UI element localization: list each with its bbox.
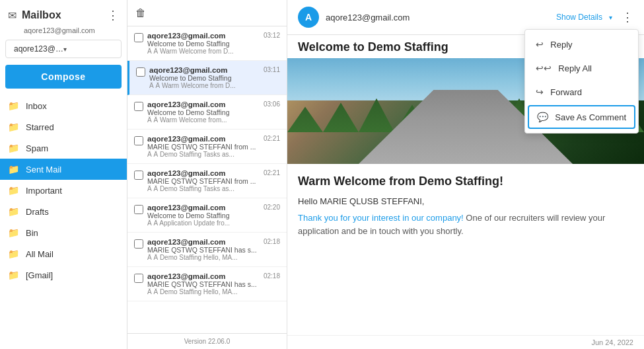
email-subject: MARIE QSTWQ STEFFANI from ... — [147, 143, 257, 151]
reply-all-label: Reply All — [558, 63, 592, 73]
sidebar-item-allmail[interactable]: 📁 All Mail — [0, 243, 127, 264]
sidebar-header: ✉ Mailbox ⋮ — [0, 0, 127, 26]
email-time: 03:11 — [264, 66, 280, 73]
email-checkbox[interactable] — [134, 205, 143, 214]
avatar: A — [298, 7, 319, 28]
email-subject: MARIE QSTWQ STEFFANI has s... — [147, 280, 257, 288]
list-item[interactable]: aqore123@gmail.com Welcome to Demo Staff… — [127, 61, 287, 95]
trash-icon[interactable]: 🗑 — [135, 7, 146, 19]
email-checkbox[interactable] — [134, 136, 143, 145]
reply-all-icon: ↩↩ — [536, 63, 552, 73]
email-from: aqore123@gmail.com — [147, 169, 257, 177]
email-checkbox[interactable] — [134, 102, 143, 111]
email-content: aqore123@gmail.com MARIE QSTWQ STEFFANI … — [147, 238, 257, 261]
sidebar-item-label: Starred — [26, 122, 54, 132]
email-from: aqore123@gmail.com — [147, 238, 257, 246]
sidebar-item-label: Important — [26, 186, 62, 196]
sidebar-item-inbox[interactable]: 📁 Inbox — [0, 95, 127, 116]
body-text: Thank you for your interest in our compa… — [298, 212, 633, 237]
sender-email: aqore123@gmail.com — [326, 13, 550, 22]
email-from: aqore123@gmail.com — [147, 204, 257, 212]
email-preview: Â Â Demo Staffing Hello, MA... — [147, 254, 257, 261]
email-time: 03:06 — [264, 100, 280, 108]
list-item[interactable]: aqore123@gmail.com Welcome to Demo Staff… — [127, 26, 287, 61]
mailbox-icon: ✉ — [8, 9, 17, 22]
email-checkbox[interactable] — [136, 67, 145, 77]
sidebar-item-spam[interactable]: 📁 Spam — [0, 137, 127, 159]
version-label: Version 22.06.0 — [127, 333, 287, 349]
list-item[interactable]: aqore123@gmail.com MARIE QSTWQ STEFFANI … — [127, 130, 287, 164]
email-checkbox[interactable] — [134, 274, 143, 283]
email-date: Jun 24, 2022 — [287, 335, 644, 349]
chevron-down-icon: ▾ — [63, 46, 113, 53]
greeting-text: Hello MARIE QLUSB STEFFANI, — [298, 196, 633, 206]
sidebar-title: Mailbox — [22, 9, 102, 21]
list-item[interactable]: aqore123@gmail.com MARIE QSTWQ STEFFANI … — [127, 164, 287, 198]
forward-icon: ↪ — [536, 87, 544, 97]
email-checkbox[interactable] — [134, 171, 143, 180]
sidebar-item-starred[interactable]: 📁 Starred — [0, 116, 127, 137]
chevron-down-icon: ▾ — [609, 14, 612, 21]
email-preview: Â Â Warm Welcome from D... — [147, 48, 257, 55]
sidebar-account-selector[interactable]: aqore123@gmail.c... ▾ — [5, 40, 122, 58]
sidebar-item-drafts[interactable]: 📁 Drafts — [0, 201, 127, 222]
sidebar-item-bin[interactable]: 📁 Bin — [0, 222, 127, 243]
folder-icon: 📁 — [8, 270, 19, 280]
folder-icon: 📁 — [8, 122, 19, 132]
folder-icon: 📁 — [8, 227, 19, 238]
email-subject: Welcome to Demo Staffing — [147, 40, 257, 48]
sidebar-item-label: Inbox — [26, 101, 47, 111]
email-time: 02:21 — [264, 169, 280, 176]
reply-button[interactable]: ↩ Reply — [525, 32, 638, 56]
email-preview: Â Â Warm Welcome from... — [147, 116, 257, 124]
forward-label: Forward — [550, 87, 582, 97]
sidebar: ✉ Mailbox ⋮ aqore123@gmail.com aqore123@… — [0, 0, 127, 349]
email-from: aqore123@gmail.com — [147, 100, 257, 108]
sidebar-account-selector-label: aqore123@gmail.c... — [14, 44, 63, 54]
sidebar-item-sent[interactable]: 📁 Sent Mail — [0, 159, 127, 180]
reply-all-button[interactable]: ↩↩ Reply All — [525, 56, 638, 80]
sidebar-item-label: Spam — [26, 143, 48, 153]
list-item[interactable]: aqore123@gmail.com Welcome to Demo Staff… — [127, 95, 287, 130]
email-from: aqore123@gmail.com — [149, 66, 257, 74]
email-from: aqore123@gmail.com — [147, 135, 257, 143]
sidebar-item-label: All Mail — [26, 249, 54, 259]
sidebar-item-gmail[interactable]: 📁 [Gmail] — [0, 264, 127, 286]
sidebar-item-label: Bin — [26, 228, 38, 238]
email-content: aqore123@gmail.com Welcome to Demo Staff… — [147, 204, 257, 227]
email-more-icon[interactable]: ⋮ — [622, 10, 633, 24]
email-content: aqore123@gmail.com Welcome to Demo Staff… — [147, 100, 257, 124]
email-time: 02:20 — [264, 204, 280, 211]
email-view: A aqore123@gmail.com Show Details ▾ ⋮ We… — [287, 0, 644, 349]
list-item[interactable]: aqore123@gmail.com Welcome to Demo Staff… — [127, 198, 287, 233]
email-time: 03:12 — [264, 32, 280, 39]
dropdown-menu: ↩ Reply ↩↩ Reply All ↪ Forward 💬 Save As… — [524, 29, 639, 134]
email-preview: Â Â Warm Welcome from D... — [149, 82, 257, 89]
email-subject: Welcome to Demo Staffing — [149, 74, 257, 82]
email-text-body: Warm Welcome from Demo Staffing! Hello M… — [287, 164, 644, 243]
show-details-link[interactable]: Show Details — [556, 13, 602, 22]
email-preview: Â Â Demo Staffing Hello, MA... — [147, 288, 257, 295]
sidebar-item-important[interactable]: 📁 Important — [0, 180, 127, 201]
email-content: aqore123@gmail.com Welcome to Demo Staff… — [149, 66, 257, 89]
reply-icon: ↩ — [536, 39, 544, 50]
sidebar-more-icon[interactable]: ⋮ — [107, 8, 119, 22]
list-item[interactable]: aqore123@gmail.com MARIE QSTWQ STEFFANI … — [127, 267, 287, 301]
sidebar-item-label: Drafts — [26, 207, 49, 217]
email-content: aqore123@gmail.com Welcome to Demo Staff… — [147, 32, 257, 55]
email-content: aqore123@gmail.com MARIE QSTWQ STEFFANI … — [147, 272, 257, 295]
save-as-comment-button[interactable]: 💬 Save As Comment — [528, 105, 635, 129]
folder-icon: 📁 — [8, 206, 19, 217]
compose-button[interactable]: Compose — [5, 65, 122, 89]
list-item[interactable]: aqore123@gmail.com MARIE QSTWQ STEFFANI … — [127, 233, 287, 267]
email-preview: Â Â Demo Staffing Tasks as... — [147, 151, 257, 158]
email-checkbox[interactable] — [134, 33, 143, 42]
forward-button[interactable]: ↪ Forward — [525, 80, 638, 104]
folder-icon: 📁 — [8, 249, 19, 259]
email-subject: MARIE QSTWQ STEFFANI has s... — [147, 246, 257, 254]
email-checkbox[interactable] — [134, 239, 143, 249]
reply-label: Reply — [550, 40, 572, 50]
warm-welcome-heading: Warm Welcome from Demo Staffing! — [298, 174, 633, 188]
email-from: aqore123@gmail.com — [147, 272, 257, 280]
email-time: 02:18 — [264, 272, 280, 280]
